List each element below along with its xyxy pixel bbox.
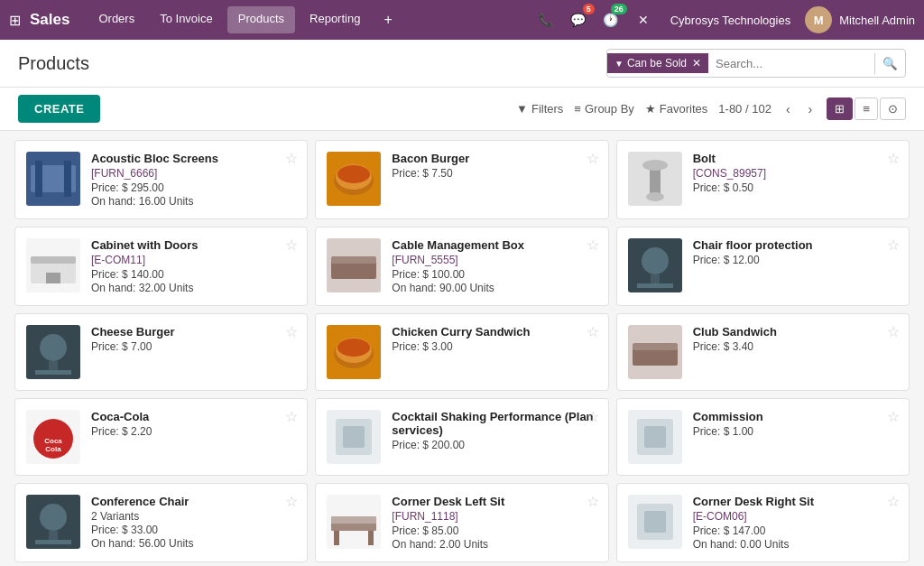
product-card[interactable]: Cheese BurgerPrice: $ 7.00☆ <box>14 313 308 391</box>
product-info: Bacon BurgerPrice: $ 7.50 <box>392 152 596 181</box>
product-image <box>327 495 381 549</box>
filters-button[interactable]: ▼ Filters <box>516 102 563 116</box>
favorite-button[interactable]: ☆ <box>285 408 298 425</box>
groupby-icon: ≡ <box>574 102 581 116</box>
list-view-button[interactable]: ≡ <box>855 97 878 120</box>
product-price: Price: $ 295.00 <box>91 181 296 194</box>
product-card[interactable]: Chair floor protectionPrice: $ 12.00☆ <box>616 227 910 306</box>
favorite-button[interactable]: ☆ <box>285 323 298 340</box>
nav-orders[interactable]: Orders <box>88 6 145 33</box>
grid-icon[interactable]: ⊞ <box>9 12 21 29</box>
product-stock: On hand: 32.00 Units <box>91 282 296 294</box>
phone-icon[interactable]: 📞 <box>533 7 559 32</box>
svg-rect-22 <box>637 283 673 288</box>
prev-page-button[interactable]: ‹ <box>782 100 794 118</box>
product-info: Club SandwichPrice: $ 3.40 <box>693 325 898 354</box>
product-card[interactable]: Conference Chair2 VariantsPrice: $ 33.00… <box>14 483 308 562</box>
product-stock: On hand: 90.00 Units <box>392 282 596 294</box>
favorites-label: Favorites <box>660 102 707 116</box>
favorite-button[interactable]: ☆ <box>887 408 900 425</box>
product-name: Chicken Curry Sandwich <box>392 325 596 339</box>
product-ref: [E-COM11] <box>91 254 296 266</box>
nav-reporting[interactable]: Reporting <box>299 6 371 33</box>
nav-add-icon[interactable]: + <box>374 6 401 33</box>
product-variants: 2 Variants <box>91 510 296 523</box>
product-card[interactable]: Corner Desk Left Sit[FURN_1118]Price: $ … <box>315 483 608 562</box>
nav-to-invoice[interactable]: To Invoice <box>149 6 224 33</box>
product-ref: [FURN_1118] <box>392 510 596 523</box>
nav-products[interactable]: Products <box>227 6 295 33</box>
product-price: Price: $ 85.00 <box>392 524 596 537</box>
product-card[interactable]: Cocktail Shaking Performance (Plan servi… <box>315 398 608 476</box>
favorite-button[interactable]: ☆ <box>587 408 599 425</box>
favorite-button[interactable]: ☆ <box>587 150 599 167</box>
product-name: Bolt <box>693 152 898 165</box>
product-stock: On hand: 0.00 Units <box>693 538 898 551</box>
favorites-button[interactable]: ★ Favorites <box>645 102 707 116</box>
group-by-button[interactable]: ≡ Group By <box>574 102 634 116</box>
product-info: Coca-ColaPrice: $ 2.20 <box>91 410 296 439</box>
product-card[interactable]: Bacon BurgerPrice: $ 7.50☆ <box>315 140 608 219</box>
favorite-button[interactable]: ☆ <box>887 323 900 340</box>
top-nav: ⊞ Sales Orders To Invoice Products Repor… <box>0 0 924 40</box>
product-image <box>327 238 381 292</box>
remove-filter-icon[interactable]: ✕ <box>692 57 701 70</box>
clock-icon[interactable]: 🕐 26 <box>598 7 624 32</box>
filter-tag[interactable]: ▼ Can be Sold ✕ <box>607 53 708 73</box>
product-card[interactable]: CommissionPrice: $ 1.00☆ <box>616 398 910 476</box>
favorite-button[interactable]: ☆ <box>285 493 298 510</box>
product-card[interactable]: Cabinet with Doors[E-COM11]Price: $ 140.… <box>14 227 308 306</box>
product-ref: [FURN_6666] <box>91 167 296 180</box>
product-name: Cable Management Box <box>392 238 596 252</box>
favorite-button[interactable]: ☆ <box>887 237 900 254</box>
favorite-button[interactable]: ☆ <box>587 237 599 254</box>
product-card[interactable]: Club SandwichPrice: $ 3.40☆ <box>616 313 910 391</box>
product-card[interactable]: Acoustic Bloc Screens[FURN_6666]Price: $… <box>14 140 308 219</box>
product-info: Cocktail Shaking Performance (Plan servi… <box>392 410 596 452</box>
favorite-button[interactable]: ☆ <box>587 493 599 510</box>
product-image <box>628 152 682 206</box>
product-image <box>327 152 381 206</box>
svg-rect-40 <box>343 426 365 448</box>
product-image <box>327 410 381 464</box>
next-page-button[interactable]: › <box>805 100 817 118</box>
favorite-button[interactable]: ☆ <box>887 493 900 510</box>
product-price: Price: $ 33.00 <box>91 524 296 536</box>
close-icon[interactable]: ✕ <box>631 7 656 32</box>
product-stock: On hand: 56.00 Units <box>91 537 296 550</box>
product-price: Price: $ 2.20 <box>91 425 296 438</box>
avatar: M <box>805 6 832 33</box>
favorite-button[interactable]: ☆ <box>587 323 599 340</box>
svg-point-10 <box>642 160 668 171</box>
toolbar: CREATE ▼ Filters ≡ Group By ★ Favorites … <box>0 88 924 131</box>
product-card[interactable]: Coca Cola Coca-ColaPrice: $ 2.20☆ <box>14 398 308 476</box>
filter-icon: ▼ <box>516 102 528 116</box>
create-button[interactable]: CREATE <box>18 95 100 123</box>
company-name: Cybrosys Technologies <box>670 14 790 27</box>
page-title: Products <box>18 53 89 74</box>
product-price: Price: $ 200.00 <box>392 439 596 451</box>
product-name: Cabinet with Doors <box>91 238 296 252</box>
svg-rect-24 <box>40 334 67 361</box>
svg-text:Cola: Cola <box>45 445 61 453</box>
clock-view-button[interactable]: ⊙ <box>880 97 906 120</box>
chat-icon[interactable]: 💬 5 <box>566 7 591 32</box>
product-ref: [CONS_89957] <box>693 167 898 180</box>
search-button[interactable]: 🔍 <box>874 53 905 74</box>
product-name: Acoustic Bloc Screens <box>91 152 296 165</box>
favorite-button[interactable]: ☆ <box>285 150 298 167</box>
nav-right: 📞 💬 5 🕐 26 ✕ Cybrosys Technologies M Mit… <box>533 6 915 33</box>
grid-view-button[interactable]: ⊞ <box>827 97 853 120</box>
svg-point-7 <box>337 165 370 183</box>
product-card[interactable]: Bolt[CONS_89957]Price: $ 0.50☆ <box>616 140 910 219</box>
product-card[interactable]: Corner Desk Right Sit[E-COM06]Price: $ 1… <box>616 483 910 562</box>
product-name: Conference Chair <box>91 495 296 508</box>
favorite-button[interactable]: ☆ <box>285 237 298 254</box>
product-price: Price: $ 7.00 <box>91 340 296 353</box>
favorite-button[interactable]: ☆ <box>887 150 900 167</box>
app-title: Sales <box>30 11 69 29</box>
search-input[interactable] <box>708 53 874 74</box>
product-card[interactable]: Chicken Curry SandwichPrice: $ 3.00☆ <box>315 313 608 391</box>
product-image <box>628 495 682 549</box>
product-card[interactable]: Cable Management Box[FURN_5555]Price: $ … <box>315 227 608 306</box>
